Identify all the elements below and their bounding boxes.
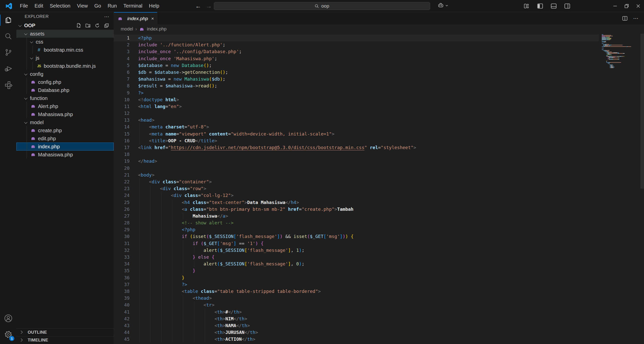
explorer-more-actions-button[interactable]: ⋯ [104,14,110,20]
restore-button[interactable] [621,0,632,12]
code-line[interactable]: 9?> [114,89,599,96]
sidebar-item-search[interactable] [0,28,16,44]
code-line[interactable]: 24 <div class="col-lg-12"> [114,192,599,199]
code-line[interactable]: 28 <!-- show alert --> [114,219,599,226]
code-line[interactable]: 32 alert($_SESSION['flash_message'], 1); [114,247,599,254]
menu-edit[interactable]: Edit [31,2,46,10]
code-line[interactable]: 14 <meta charset="utf-8"> [114,123,599,130]
code-line[interactable]: 40 <tr> [114,301,599,308]
minimap[interactable] [602,34,640,68]
menu-go[interactable]: Go [91,2,104,10]
code-line[interactable]: 35 } [114,267,599,274]
tree-item-database-php[interactable]: Database.php [16,86,114,94]
code-line[interactable]: 10<!doctype html> [114,96,599,103]
copilot-button[interactable] [438,3,448,9]
code-line[interactable]: 31 if ($_GET['msg'] == '1') { [114,240,599,247]
tab-index-php[interactable]: index.php × [114,12,157,24]
tree-item-mahasiswa-php[interactable]: Mahasiswa.php [16,151,114,159]
tree-item-function[interactable]: function [16,94,114,102]
code-line[interactable]: 19</head> [114,158,599,164]
code-line[interactable]: 29 <?php [114,226,599,233]
code-line[interactable]: 25 <h4 class="text-center">Data Mahasisw… [114,199,599,206]
tree-item-bootstrap-min-css[interactable]: #bootstrap.min.css [16,46,114,54]
refresh-button[interactable] [95,23,100,28]
code-line[interactable]: 39 <thead> [114,295,599,301]
code-line[interactable]: 17<link href="https://cdn.jsdelivr.net/n… [114,144,599,151]
code-editor[interactable]: 1<?php2include '../function/Alert.php';3… [114,34,644,344]
tree-item-assets[interactable]: assets [16,30,114,38]
code-line[interactable]: 15 <meta name="viewport" content="width=… [114,130,599,137]
forward-button[interactable]: → [206,3,212,10]
code-line[interactable]: 41 <th>#</th> [114,308,599,315]
toggle-panel-button[interactable] [548,0,559,12]
code-line[interactable]: 34 alert($_SESSION['flash_message'], 0); [114,260,599,267]
tree-item-edit-php[interactable]: edit.php [16,134,114,143]
menu-run[interactable]: Run [104,2,120,10]
menu-help[interactable]: Help [146,2,163,10]
code-line[interactable]: 36 } [114,274,599,281]
tree-item-js[interactable]: js [16,54,114,62]
split-editor-button[interactable] [622,16,628,21]
code-line[interactable]: 4include_once 'Mahasiswa.php'; [114,55,599,62]
new-folder-button[interactable] [85,23,91,28]
tree-item-config-php[interactable]: config.php [16,78,114,86]
code-line[interactable]: 18 [114,151,599,158]
account-button[interactable] [0,310,16,326]
settings-button[interactable]: 1 [0,326,16,342]
new-file-button[interactable] [76,23,81,28]
sidebar-item-run-debug[interactable] [0,60,16,77]
breadcrumb-file[interactable]: index.php [147,26,167,32]
close-tab-icon[interactable]: × [151,16,154,21]
code-line[interactable]: 44 <th>JURUSAN</th> [114,329,599,336]
toggle-primary-sidebar-button[interactable] [534,0,546,12]
menu-terminal[interactable]: Terminal [120,2,146,10]
close-window-button[interactable] [632,0,644,12]
code-line[interactable]: 3include_once '../config/Database.php'; [114,48,599,55]
code-line[interactable]: 27 Mahasiswa</a> [114,213,599,219]
code-line[interactable]: 8$result = $mahasiswa->read(); [114,82,599,89]
code-line[interactable]: 33 } else { [114,254,599,260]
code-line[interactable]: 42 <th>NIM</th> [114,315,599,322]
sidebar-item-source-control[interactable] [0,44,16,60]
code-line[interactable]: 22 <div class="container"> [114,178,599,185]
tree-item-model[interactable]: model [16,118,114,126]
code-line[interactable]: 21<body> [114,171,599,178]
panel-outline[interactable]: OUTLINE [16,328,114,336]
menu-selection[interactable]: Selection [47,2,74,10]
code-line[interactable]: 16 <title>OOP - CRUD</title> [114,137,599,144]
customize-layout-button[interactable] [521,0,532,12]
code-line[interactable]: 11<html lang="en"> [114,103,599,110]
code-line[interactable]: 20 [114,165,599,171]
menu-file[interactable]: File [17,2,31,10]
minimize-button[interactable] [609,0,621,12]
menu-view[interactable]: View [74,2,91,10]
collapse-folders-button[interactable] [104,23,109,28]
code-line[interactable]: 13<head> [114,117,599,123]
tree-item-css[interactable]: css [16,38,114,46]
tree-item-create-php[interactable]: create.php [16,126,114,134]
code-line[interactable]: 2include '../function/Alert.php'; [114,41,599,48]
code-line[interactable]: 37 ?> [114,281,599,288]
code-line[interactable]: 30 if (isset($_SESSION['flash_message'])… [114,233,599,240]
tree-item-alert-php[interactable]: Alert.php [16,102,114,110]
command-search-input[interactable]: oop [214,2,430,10]
code-line[interactable]: 12 [114,110,599,117]
sidebar-item-extensions[interactable] [0,77,16,93]
code-line[interactable]: 7$mahasiswa = new Mahasiswa($db); [114,76,599,82]
workspace-section-header[interactable]: OOP [16,21,114,30]
editor-more-actions-button[interactable]: ⋯ [633,15,639,21]
code-line[interactable]: 1<?php [114,35,599,41]
code-line[interactable]: 45 <th>ACTION</th> [114,336,599,342]
tree-item-index-php[interactable]: index.php [16,143,114,151]
code-line[interactable]: 23 <div class="row"> [114,185,599,192]
tree-item-mahasiswa-php[interactable]: Mahasiswa.php [16,110,114,118]
code-line[interactable]: 43 <th>NAMA</th> [114,322,599,329]
tree-item-config[interactable]: config [16,70,114,78]
sidebar-item-explorer[interactable] [0,12,16,28]
tree-item-bootstrap-bundle-min-js[interactable]: JSbootstrap.bundle.min.js [16,62,114,70]
code-line[interactable]: 5$database = new Database(); [114,62,599,69]
toggle-secondary-sidebar-button[interactable] [561,0,573,12]
code-line[interactable]: 6$db = $database->getConnection(); [114,69,599,76]
code-line[interactable]: 38 <table class="table table-stripped ta… [114,288,599,295]
back-button[interactable]: ← [195,3,201,10]
